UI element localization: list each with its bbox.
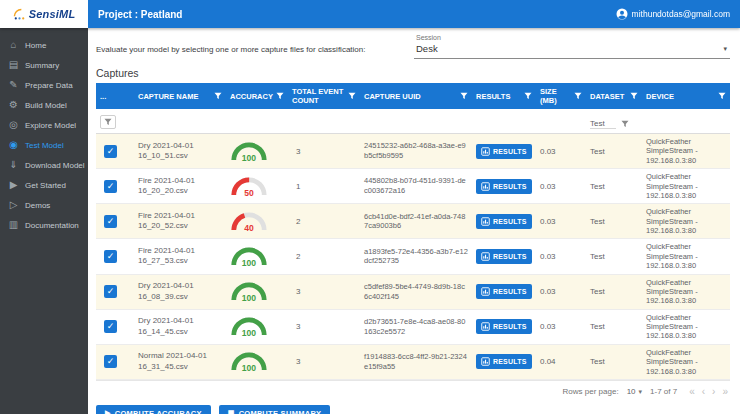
filter-icon[interactable] (574, 92, 582, 100)
instruction-text: Evaluate your model by selecting one or … (96, 45, 365, 54)
capture-name: Fire 2021-04-01 16_20_20.csv (138, 176, 222, 197)
sidebar-item-test-model[interactable]: ◉Test Model (0, 135, 88, 155)
main-content: Evaluate your model by selecting one or … (88, 28, 740, 414)
row-checkbox[interactable]: ✓ (104, 145, 117, 158)
results-icon (481, 147, 490, 156)
account-icon (616, 8, 628, 20)
capture-size: 0.03 (540, 182, 556, 191)
filter-icon[interactable] (460, 92, 468, 100)
sidebar-item-home[interactable]: ⌂Home (0, 35, 88, 55)
sidebar-item-summary[interactable]: ▤Summary (0, 55, 88, 75)
row-checkbox[interactable]: ✓ (104, 320, 117, 333)
compute-accuracy-button[interactable]: ▶ COMPUTE ACCURACY (96, 405, 211, 414)
capture-dataset: Test (590, 287, 605, 296)
sidebar-item-label: Test Model (25, 141, 64, 150)
dataset-filter-input[interactable]: Test (590, 119, 616, 129)
column-header-size-mb[interactable]: SIZE (MB) (536, 83, 586, 109)
session-select[interactable]: Session Desk ▾ (414, 32, 730, 59)
row-checkbox[interactable]: ✓ (104, 285, 117, 298)
results-button[interactable]: RESULTS (476, 319, 532, 334)
capture-uuid: 24515232-a6b2-468a-a3ae-e9b5cf5b9595 (364, 141, 468, 161)
filter-icon[interactable] (621, 120, 629, 128)
summary-icon: ▤ (8, 60, 19, 70)
accuracy-value: 100 (242, 328, 257, 338)
filter-icon[interactable] (104, 118, 112, 126)
column-header-total-event-count[interactable]: TOTAL EVENT COUNT (288, 83, 360, 109)
first-page-icon[interactable]: « (689, 387, 695, 397)
results-icon (481, 357, 490, 366)
capture-uuid: 445802b8-b07d-451d-9391-dec003672a16 (364, 176, 468, 196)
results-button[interactable]: RESULTS (476, 284, 532, 299)
filter-icon[interactable] (214, 92, 222, 100)
capture-name: Dry 2021-04-01 16_10_51.csv (138, 141, 222, 162)
column-header-accuracy[interactable]: ACCURACY (226, 83, 288, 109)
sidebar-item-label: Demos (25, 201, 50, 210)
row-checkbox[interactable]: ✓ (104, 250, 117, 263)
demos-icon: ▷ (8, 200, 19, 210)
column-header-select[interactable]: ... (96, 83, 134, 109)
event-count: 2 (296, 217, 300, 226)
logo: SensiML (0, 0, 88, 28)
table-row[interactable]: ✓ Dry 2021-04-01 16_08_39.csv 100 3 c5df… (96, 274, 730, 309)
row-checkbox[interactable]: ✓ (104, 180, 117, 193)
last-page-icon[interactable]: » (722, 387, 728, 397)
table-row[interactable]: ✓ Dry 2021-04-01 16_10_51.csv 100 3 2451… (96, 134, 730, 169)
sidebar-item-get-started[interactable]: ▶Get Started (0, 175, 88, 195)
capture-size: 0.03 (540, 287, 556, 296)
column-header-capture-uuid[interactable]: CAPTURE UUID (360, 83, 472, 109)
sidebar-item-demos[interactable]: ▷Demos (0, 195, 88, 215)
accuracy-value: 100 (242, 293, 257, 303)
table-filter-button[interactable] (100, 115, 116, 129)
capture-name: Dry 2021-04-01 16_08_39.csv (138, 281, 222, 302)
table-row[interactable]: ✓ Fire 2021-04-01 16_20_52.csv 40 2 6cb4… (96, 204, 730, 239)
next-page-icon[interactable]: › (712, 387, 715, 397)
results-icon (481, 287, 490, 296)
filter-icon[interactable] (718, 92, 726, 100)
top-bar: SensiML Project : Peatland mithundotdas@… (0, 0, 740, 28)
sidebar-item-label: Build Model (25, 101, 67, 110)
results-button[interactable]: RESULTS (476, 249, 532, 264)
column-header-device[interactable]: DEVICE (642, 83, 730, 109)
results-icon (481, 252, 490, 261)
column-label: RESULTS (476, 92, 510, 101)
results-button[interactable]: RESULTS (476, 214, 532, 229)
capture-size: 0.03 (540, 252, 556, 261)
table-row[interactable]: ✓ Normal 2021-04-01 16_31_45.csv 100 3 f… (96, 344, 730, 379)
filter-icon[interactable] (276, 92, 284, 100)
sidebar: ⌂Home▤Summary✎Prepare Data⚙Build Model◎E… (0, 28, 88, 414)
column-label: ... (100, 92, 106, 101)
captures-table-body: ✓ Dry 2021-04-01 16_10_51.csv 100 3 2451… (96, 134, 730, 380)
filter-icon[interactable] (348, 92, 356, 100)
column-header-results[interactable]: RESULTS (472, 83, 536, 109)
accuracy-value: 40 (244, 223, 254, 233)
column-label: SIZE (MB) (540, 87, 572, 105)
check-icon: ✓ (107, 147, 115, 156)
capture-size: 0.03 (540, 217, 556, 226)
rows-per-page-select[interactable]: 10 ▾ (627, 387, 642, 396)
results-button[interactable]: RESULTS (476, 179, 532, 194)
results-button[interactable]: RESULTS (476, 354, 532, 369)
sidebar-item-label: Explore Model (25, 121, 76, 130)
column-header-capture-name[interactable]: CAPTURE NAME (134, 83, 226, 109)
compute-summary-button[interactable]: ▦ COMPUTE SUMMARY (219, 405, 330, 414)
results-button[interactable]: RESULTS (476, 144, 532, 159)
sidebar-item-documentation[interactable]: ▥Documentation (0, 215, 88, 235)
row-checkbox[interactable]: ✓ (104, 355, 117, 368)
account-menu[interactable]: mithundotdas@gmail.com (616, 8, 730, 20)
sensiml-logo-icon (13, 8, 26, 21)
table-row[interactable]: ✓ Fire 2021-04-01 16_20_20.csv 50 1 4458… (96, 169, 730, 204)
row-checkbox[interactable]: ✓ (104, 215, 117, 228)
previous-page-icon[interactable]: ‹ (702, 387, 705, 397)
filter-icon[interactable] (630, 92, 638, 100)
sidebar-item-build-model[interactable]: ⚙Build Model (0, 95, 88, 115)
table-row[interactable]: ✓ Dry 2021-04-01 16_14_45.csv 100 3 d2b7… (96, 309, 730, 344)
capture-uuid: a1893fe5-72e4-4356-a3b7-e12dcf252735 (364, 247, 468, 267)
column-label: CAPTURE UUID (364, 92, 421, 101)
sidebar-item-explore-model[interactable]: ◎Explore Model (0, 115, 88, 135)
sidebar-item-download-model[interactable]: ⇓Download Model (0, 155, 88, 175)
table-row[interactable]: ✓ Fire 2021-04-01 16_27_53.csv 100 2 a18… (96, 239, 730, 274)
filter-icon[interactable] (524, 92, 532, 100)
sidebar-item-prepare-data[interactable]: ✎Prepare Data (0, 75, 88, 95)
sidebar-item-label: Home (25, 41, 46, 50)
column-header-dataset[interactable]: DATASET (586, 83, 642, 109)
